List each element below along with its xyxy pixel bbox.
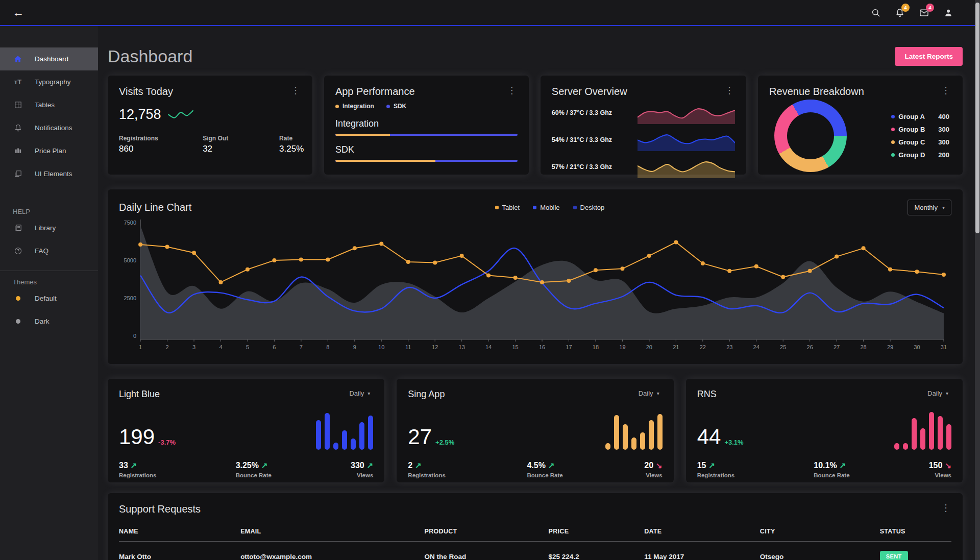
mini-bar-chart [316, 409, 373, 450]
help-section-label: HELP [0, 208, 98, 215]
server-metric-row: 60% / 37°C / 3.3 Ghz [552, 102, 735, 124]
latest-reports-button[interactable]: Latest Reports [895, 47, 963, 66]
svg-text:28: 28 [860, 344, 866, 350]
theme-option-default[interactable]: Default [0, 287, 98, 310]
svg-text:16: 16 [539, 344, 545, 350]
period-dropdown[interactable]: Daily ▾ [635, 389, 663, 398]
chart-legend-tablet[interactable]: Tablet [495, 204, 520, 211]
period-dropdown[interactable]: Daily ▾ [924, 389, 951, 398]
column-header: PRICE [549, 521, 645, 542]
legend-item-sdk[interactable]: SDK [386, 103, 406, 110]
kebab-menu-icon[interactable]: ⋮ [506, 86, 518, 95]
stat-views: 150↘ Views [929, 461, 951, 478]
scrollbar-thumb[interactable] [975, 3, 979, 233]
trend-down-icon: ↘ [656, 461, 663, 470]
search-button[interactable] [871, 8, 881, 18]
period-dropdown[interactable]: Daily ▾ [346, 389, 373, 398]
kpi-value: 199 [119, 426, 155, 448]
svg-text:13: 13 [459, 344, 465, 350]
sidebar-item-label: Dashboard [35, 55, 68, 63]
kebab-menu-icon[interactable]: ⋮ [940, 86, 951, 95]
column-header: PRODUCT [425, 521, 549, 542]
cell-email: ottoto@wxample.com [240, 542, 424, 560]
column-header: CITY [760, 521, 880, 542]
sidebar-item-label: UI Elements [35, 170, 72, 178]
legend-dot [891, 140, 895, 144]
chevron-down-icon: ▾ [946, 391, 948, 396]
svg-text:5000: 5000 [124, 257, 137, 263]
kebab-menu-icon[interactable]: ⋮ [290, 86, 301, 95]
stat-registrations: 2↗ Registrations [408, 461, 446, 478]
layers-icon [13, 169, 23, 178]
home-icon [13, 55, 23, 64]
kpi-cards-row: Visits Today ⋮ 12,758 Registrations 860 … [108, 76, 963, 175]
revenue-legend-item[interactable]: Group C 300 [891, 138, 949, 146]
themes-section-label: Themes [0, 278, 98, 286]
theme-option-dark[interactable]: Dark [0, 310, 98, 333]
table-header-row: NAME EMAIL PRODUCT PRICE DATE CITY STATU… [119, 521, 951, 542]
sidebar-item-price-plan[interactable]: Price Plan [0, 139, 98, 162]
chart-legend-desktop[interactable]: Desktop [573, 204, 605, 211]
trend-up-icon: ↗ [840, 461, 846, 470]
topbar: ← 4 4 [0, 0, 980, 26]
chart-period-dropdown[interactable]: Monthly ▾ [908, 200, 951, 215]
svg-text:14: 14 [485, 344, 492, 350]
page-scrollbar[interactable] [975, 0, 980, 560]
trend-up-icon: ↗ [367, 461, 374, 470]
stat-registrations: 15↗ Registrations [697, 461, 735, 478]
svg-text:19: 19 [619, 344, 625, 350]
cell-city: Otsego [760, 542, 880, 560]
sidebar-item-dashboard[interactable]: Dashboard [0, 47, 98, 70]
kpi-delta: -3.7% [158, 439, 176, 446]
back-arrow-icon: ← [12, 6, 24, 19]
kebab-menu-icon[interactable]: ⋮ [940, 503, 951, 513]
kpi-delta: +3.1% [724, 439, 743, 446]
svg-text:24: 24 [753, 344, 760, 350]
card-title: Revenue Breakdown [769, 86, 864, 98]
sidebar-item-tables[interactable]: Tables [0, 93, 98, 116]
stat-bounce-rate: 4.5%↗ Bounce Rate [527, 461, 562, 478]
svg-text:2500: 2500 [124, 295, 137, 301]
sidebar-item-typography[interactable]: тT Typography [0, 70, 98, 93]
sidebar-item-ui-elements[interactable]: UI Elements [0, 162, 98, 185]
stat-views: 20↘ Views [644, 461, 662, 478]
card-title: Sing App [408, 389, 445, 400]
chart-legend-mobile[interactable]: Mobile [533, 204, 559, 211]
progress-label: SDK [335, 144, 518, 155]
legend-dot [573, 206, 577, 209]
sidebar-item-label: Notifications [35, 124, 72, 132]
cell-name: Mark Otto [119, 542, 240, 560]
svg-text:12: 12 [432, 344, 438, 350]
svg-text:3: 3 [192, 344, 195, 350]
status-badge: SENT [880, 551, 908, 560]
notifications-button[interactable]: 4 [895, 8, 905, 18]
column-header: EMAIL [240, 521, 424, 542]
revenue-donut-chart [774, 100, 847, 172]
svg-text:26: 26 [807, 344, 813, 350]
table-row[interactable]: Mark Otto ottoto@wxample.com ON the Road… [119, 542, 951, 560]
trend-up-icon: ↗ [415, 461, 422, 470]
legend-item-integration[interactable]: Integration [335, 103, 374, 110]
card-title: Light Blue [119, 389, 160, 400]
column-header: NAME [119, 521, 240, 542]
sidebar-item-library[interactable]: Library [0, 216, 98, 239]
table-grid-icon [13, 101, 23, 109]
chart-title: Daily Line Chart [119, 202, 191, 213]
sidebar-item-faq[interactable]: FAQ [0, 239, 98, 262]
revenue-legend-item[interactable]: Group A 400 [891, 113, 949, 120]
back-button[interactable]: ← [8, 6, 28, 19]
kebab-menu-icon[interactable]: ⋮ [724, 86, 735, 95]
revenue-legend-item[interactable]: Group B 300 [891, 126, 949, 133]
theme-color-dot [16, 319, 20, 324]
messages-button[interactable]: 4 [919, 8, 929, 18]
server-sparkline [638, 129, 735, 151]
revenue-legend-item[interactable]: Group D 200 [891, 151, 949, 159]
typography-icon: тT [13, 78, 23, 86]
profile-button[interactable] [943, 8, 953, 18]
kpi-value: 44 [697, 426, 721, 448]
kpi-delta: +2.5% [435, 439, 454, 446]
stat-registrations: 33↗ Registrations [119, 461, 157, 478]
sidebar-item-notifications[interactable]: Notifications [0, 116, 98, 139]
visits-stat: Rate 3.25% [279, 135, 301, 154]
theme-label: Default [35, 295, 57, 302]
